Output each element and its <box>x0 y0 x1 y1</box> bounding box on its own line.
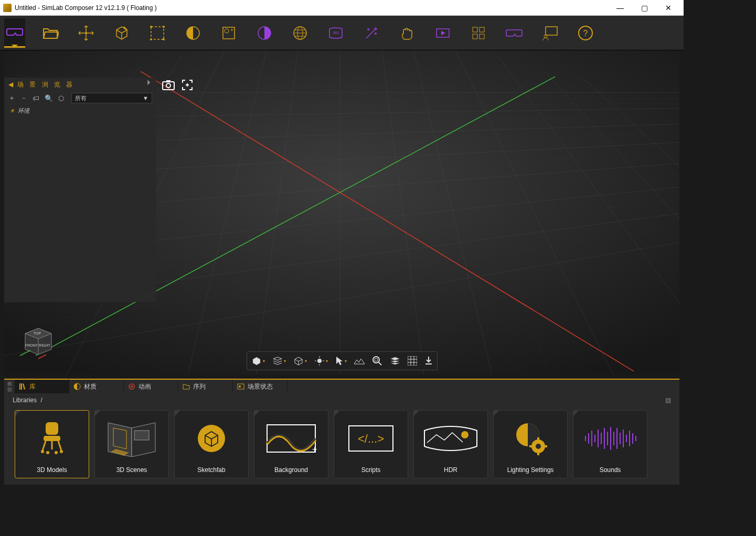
download-button[interactable] <box>424 356 433 366</box>
close-button[interactable]: ✕ <box>656 0 680 16</box>
svg-line-78 <box>379 362 381 365</box>
viewport-3d[interactable]: ◀ 场 景 浏 览 器 ＋ － 🏷 🔍 ⬡ 所有 ▼ ☀ 环境 ⏵ <box>4 50 679 374</box>
box-mode-button[interactable]: ▾ <box>293 356 307 366</box>
add-node-button[interactable]: ＋ <box>8 93 15 103</box>
tab-animation[interactable]: 动画 <box>124 380 178 393</box>
waveform-icon <box>573 411 647 466</box>
wand-tool-button[interactable] <box>361 18 382 48</box>
svg-rect-17 <box>480 34 484 39</box>
scene-panel-header[interactable]: ◀ 场 景 浏 览 器 <box>4 78 156 91</box>
help-button[interactable]: ? <box>575 18 596 48</box>
sphere-half-icon <box>185 25 201 41</box>
dock-side-toggle[interactable]: ⊞⊟ <box>4 380 15 393</box>
tab-library[interactable]: 库 <box>15 379 69 393</box>
svg-text:FRONT: FRONT <box>25 344 38 347</box>
select-tool-button[interactable] <box>147 18 168 48</box>
view-cube[interactable]: TOP FRONT RIGHT <box>15 318 57 360</box>
zoom-button[interactable] <box>372 356 382 366</box>
library-grid: 3D Models 3D Scenes Sketchfab + Backgrou… <box>4 407 679 481</box>
books-icon <box>19 383 26 390</box>
vr-mode-button[interactable] <box>4 18 25 48</box>
scene-item-label: 环境 <box>18 107 29 115</box>
tab-scene-state[interactable]: 场景状态 <box>233 380 288 393</box>
room-icon <box>95 411 168 466</box>
viewport-toolbar: ▾ ▾ ▾ ▾ ▾ <box>247 351 438 370</box>
pano-tool-button[interactable]: 360 <box>325 18 346 48</box>
contrast-tool-button[interactable] <box>254 18 275 48</box>
remove-node-button[interactable]: － <box>20 93 27 103</box>
lib-card-scripts[interactable]: </...> Scripts <box>334 410 408 478</box>
svg-rect-106 <box>529 445 533 447</box>
scene-filter-value: 所有 <box>75 94 87 102</box>
render-tool-button[interactable] <box>218 18 239 48</box>
svg-point-77 <box>375 358 378 361</box>
svg-point-103 <box>536 444 541 449</box>
open-file-button[interactable] <box>40 18 61 48</box>
user-screen-button[interactable] <box>539 18 560 48</box>
window-titlebar: Untitled - SimLab Composer 12 v12.1.9 ( … <box>0 0 684 16</box>
record-icon <box>128 383 135 390</box>
terrain-button[interactable] <box>354 357 365 365</box>
tab-material[interactable]: 材质 <box>69 380 124 393</box>
lib-card-label: 3D Scenes <box>116 466 147 474</box>
edit-tool-button[interactable] <box>111 18 132 48</box>
vr-preview-button[interactable] <box>504 18 525 48</box>
view-mode-button[interactable]: ▤ <box>665 396 671 404</box>
cursor-button[interactable]: ▾ <box>335 356 347 366</box>
shape-mode-button[interactable]: ▾ <box>251 356 265 366</box>
lib-card-3d-scenes[interactable]: 3D Scenes <box>94 410 169 478</box>
collapse-left-icon[interactable]: ◀ <box>8 81 15 88</box>
lib-card-sketchfab[interactable]: Sketchfab <box>174 410 249 478</box>
scene-panel-expand-button[interactable]: ⏵ <box>146 78 153 86</box>
grid-view-button[interactable] <box>468 18 489 48</box>
main-toolbar: 360 ? <box>0 16 684 50</box>
lib-card-hdr[interactable]: HDR <box>413 410 488 478</box>
chevron-down-icon: ▼ <box>143 95 148 101</box>
library-breadcrumb: Libraries / ▤ <box>4 393 679 407</box>
material-tool-button[interactable] <box>183 18 204 48</box>
svg-point-91 <box>46 451 49 454</box>
scene-item-environment[interactable]: ☀ 环境 <box>4 105 156 117</box>
link-button[interactable]: ⬡ <box>58 94 64 102</box>
state-icon <box>237 383 244 390</box>
svg-rect-15 <box>480 27 484 32</box>
tag-button[interactable]: 🏷 <box>33 94 39 102</box>
search-button[interactable]: 🔍 <box>45 94 53 102</box>
dock-tabstrip: ⊞⊟ 库 材质 动画 序列 场景状态 <box>4 380 679 393</box>
lib-card-sounds[interactable]: Sounds <box>573 410 647 478</box>
svg-rect-85 <box>44 436 60 441</box>
contrast-icon <box>256 25 273 41</box>
scene-filter-select[interactable]: 所有 ▼ <box>71 93 152 103</box>
tab-label: 序列 <box>193 382 206 391</box>
svg-rect-18 <box>546 27 557 35</box>
minimize-button[interactable]: — <box>608 0 632 16</box>
web-tool-button[interactable] <box>290 18 311 48</box>
maximize-button[interactable]: ▢ <box>632 0 656 16</box>
scene-browser-panel: ◀ 场 景 浏 览 器 ＋ － 🏷 🔍 ⬡ 所有 ▼ ☀ 环境 <box>4 78 156 302</box>
breadcrumb-root[interactable]: Libraries <box>13 396 37 404</box>
svg-point-4 <box>150 38 152 40</box>
move-tool-button[interactable] <box>76 18 97 48</box>
grid-toggle-button[interactable] <box>408 356 417 366</box>
focus-brackets-icon <box>182 79 193 91</box>
slideshow-button[interactable] <box>432 18 453 48</box>
tab-sequence[interactable]: 序列 <box>178 380 233 393</box>
lib-card-3d-models[interactable]: 3D Models <box>15 410 89 478</box>
app-icon <box>3 4 12 12</box>
svg-point-71 <box>317 359 322 363</box>
viewport-top-icons <box>162 78 194 92</box>
user-monitor-icon <box>541 25 558 41</box>
hand-tool-button[interactable] <box>397 18 418 48</box>
tab-label: 库 <box>29 382 36 391</box>
snapshot-button[interactable] <box>162 78 175 92</box>
light-mode-button[interactable]: ▾ <box>314 356 328 366</box>
svg-point-5 <box>163 38 165 40</box>
hand-point-icon <box>399 25 416 41</box>
fullscreen-button[interactable] <box>180 78 194 92</box>
lib-card-background[interactable]: + Background <box>254 410 328 478</box>
stack-button[interactable] <box>390 357 400 365</box>
layers-button[interactable]: ▾ <box>272 356 286 366</box>
lib-card-lighting[interactable]: Lighting Settings <box>493 410 568 478</box>
svg-text:360: 360 <box>333 31 339 35</box>
svg-point-61 <box>166 83 171 88</box>
